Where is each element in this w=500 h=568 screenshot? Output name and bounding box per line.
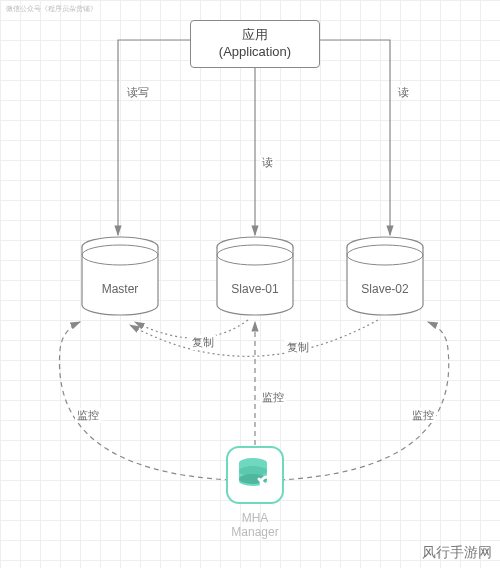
- cylinder-icon: Slave-02: [340, 235, 430, 320]
- edge-label-repl-2: 复制: [285, 340, 311, 355]
- master-node: Master: [75, 235, 165, 320]
- edge-label-app-slave1: 读: [260, 155, 275, 170]
- slave1-node: Slave-01: [210, 235, 300, 320]
- edge-label-app-slave2: 读: [396, 85, 411, 100]
- edge-label-repl-1: 复制: [190, 335, 216, 350]
- cylinder-icon: Slave-01: [210, 235, 300, 320]
- application-label-en: (Application): [195, 44, 315, 61]
- edge-label-mon-slave2: 监控: [410, 408, 436, 423]
- slave1-label: Slave-01: [231, 282, 279, 296]
- slave2-label: Slave-02: [361, 282, 409, 296]
- cylinder-icon: Master: [75, 235, 165, 320]
- edge-label-app-master: 读写: [125, 85, 151, 100]
- watermark-top-left: 微信公众号《程序员杂货铺》: [6, 4, 97, 14]
- edge-label-mon-slave1: 监控: [260, 390, 286, 405]
- master-label: Master: [102, 282, 139, 296]
- edge-label-mon-master: 监控: [75, 408, 101, 423]
- watermark-bottom-right: 风行手游网: [422, 544, 492, 562]
- application-node: 应用 (Application): [190, 20, 320, 68]
- slave2-node: Slave-02: [340, 235, 430, 320]
- mha-node: MHA Manager: [225, 445, 285, 540]
- mha-icon: [225, 445, 285, 505]
- mha-label-2: Manager: [225, 525, 285, 539]
- application-label-cn: 应用: [195, 27, 315, 44]
- mha-label-1: MHA: [225, 511, 285, 525]
